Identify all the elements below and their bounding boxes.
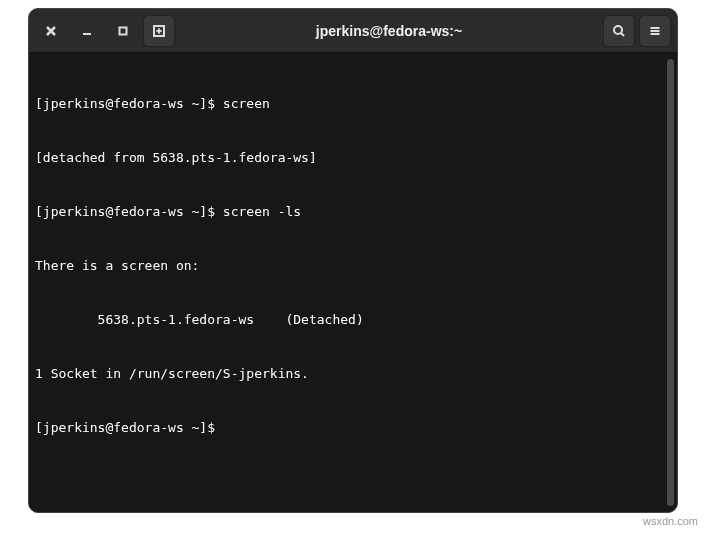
minimize-button[interactable] — [71, 15, 103, 47]
titlebar-right-controls — [603, 15, 671, 47]
terminal-line: [jperkins@fedora-ws ~]$ — [35, 419, 667, 437]
terminal-line: [detached from 5638.pts-1.fedora-ws] — [35, 149, 667, 167]
new-tab-button[interactable] — [143, 15, 175, 47]
scrollbar[interactable] — [667, 59, 674, 506]
terminal-line: 1 Socket in /run/screen/S-jperkins. — [35, 365, 667, 383]
terminal-line: 5638.pts-1.fedora-ws (Detached) — [35, 311, 667, 329]
terminal-line: [jperkins@fedora-ws ~]$ screen — [35, 95, 667, 113]
new-tab-icon — [152, 24, 166, 38]
titlebar: jperkins@fedora-ws:~ — [29, 9, 677, 53]
terminal-line: [jperkins@fedora-ws ~]$ screen -ls — [35, 203, 667, 221]
watermark: wsxdn.com — [643, 515, 698, 527]
terminal-body[interactable]: [jperkins@fedora-ws ~]$ screen [detached… — [29, 53, 677, 512]
hamburger-icon — [648, 24, 662, 38]
search-button[interactable] — [603, 15, 635, 47]
titlebar-left-controls — [35, 15, 175, 47]
svg-point-2 — [614, 26, 622, 34]
minimize-icon — [80, 24, 94, 38]
maximize-icon — [116, 24, 130, 38]
close-icon — [44, 24, 58, 38]
menu-button[interactable] — [639, 15, 671, 47]
svg-rect-0 — [120, 27, 127, 34]
search-icon — [612, 24, 626, 38]
terminal-window: jperkins@fedora-ws:~ [jperkins@fedora-ws… — [28, 8, 678, 513]
terminal-line: There is a screen on: — [35, 257, 667, 275]
maximize-button[interactable] — [107, 15, 139, 47]
window-title: jperkins@fedora-ws:~ — [179, 23, 599, 39]
close-button[interactable] — [35, 15, 67, 47]
